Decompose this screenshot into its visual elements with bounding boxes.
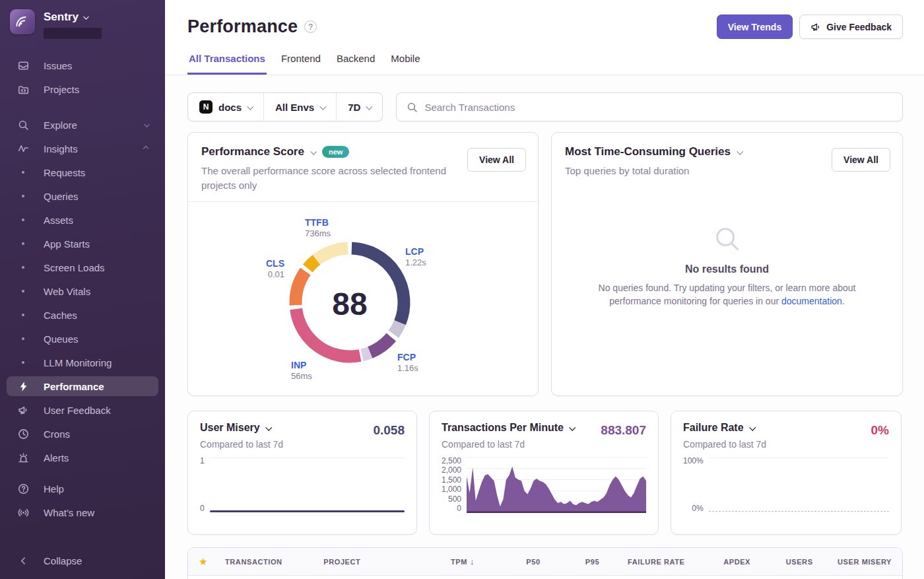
date-range-filter[interactable]: 7D [336, 93, 382, 121]
chevron-down-icon [319, 103, 326, 110]
chevron-up-icon [145, 147, 148, 151]
search-bar[interactable] [396, 92, 903, 121]
vital-fcp: FCP 1.16s [397, 351, 418, 374]
column-header-user-misery[interactable]: USER MISERY [813, 558, 892, 566]
table-header-row: ★ TRANSACTIONPROJECTTPM↓P50P95FAILURE RA… [188, 548, 902, 576]
performance-score-title: Performance Score [201, 145, 304, 158]
view-all-button[interactable]: View All [467, 148, 526, 172]
chevron-down-icon[interactable] [737, 148, 743, 154]
tab-all-transactions[interactable]: All Transactions [187, 53, 267, 75]
chevron-down-icon[interactable] [265, 424, 272, 430]
project-filter[interactable]: N docs [188, 93, 263, 121]
sidebar-item-label: Caches [44, 310, 77, 321]
vital-lcp: LCP 1.22s [405, 246, 426, 269]
column-header-users[interactable]: USERS [750, 558, 813, 566]
performance-score-value: 88 [332, 287, 367, 322]
sidebar-item-caches[interactable]: Caches [0, 303, 165, 327]
sidebar-item-label: Explore [44, 119, 77, 131]
sidebar-item-crons[interactable]: Crons [0, 422, 165, 446]
performance-score-card: Performance Score new The overall perfor… [187, 132, 539, 396]
view-trends-button[interactable]: View Trends [717, 15, 793, 39]
sidebar-item-label: Projects [44, 84, 79, 95]
sidebar-item-user-feedback[interactable]: User Feedback [0, 398, 165, 422]
feedback-icon [16, 405, 30, 416]
transactions-table: ★ TRANSACTIONPROJECTTPM↓P50P95FAILURE RA… [187, 547, 903, 579]
page-header: Performance ? View Trends Give Feedback … [165, 0, 924, 75]
whatsnew-icon [16, 507, 30, 518]
sidebar-item-label: Alerts [44, 452, 69, 463]
bullet-icon [16, 361, 30, 364]
column-header-p95[interactable]: P95 [541, 558, 600, 566]
sidebar-item-performance[interactable]: Performance [7, 376, 158, 396]
sidebar-item-label: User Feedback [44, 405, 111, 416]
sidebar-nav: IssuesProjectsExploreInsightsRequestsQue… [0, 53, 165, 579]
documentation-link[interactable]: documentation [781, 296, 842, 306]
tab-frontend[interactable]: Frontend [280, 53, 322, 75]
bullet-icon [16, 290, 30, 292]
chevron-left-icon [16, 555, 30, 566]
give-feedback-button[interactable]: Give Feedback [799, 15, 903, 39]
chevron-down-icon[interactable] [749, 424, 756, 430]
sidebar-item-what-s-new[interactable]: What's new [0, 500, 165, 524]
sidebar-item-app-starts[interactable]: App Starts [0, 232, 165, 255]
tpm-ytick: 1,000 [442, 485, 461, 494]
vital-cls: CLS 0.01 [228, 257, 284, 281]
performance-score-chart: 88 TTFB 736ms LCP 1.22s CLS 0.01 INP [188, 202, 538, 396]
sidebar-item-explore[interactable]: Explore [0, 113, 165, 137]
tab-backend[interactable]: Backend [335, 53, 376, 75]
tpm-ytick: 1,500 [442, 475, 461, 485]
donut-segment-FCP-rest[interactable] [362, 353, 370, 355]
main-content: Performance ? View Trends Give Feedback … [165, 0, 924, 579]
donut-segment-LCP-rest[interactable] [393, 323, 400, 334]
failure-rate-value: 0% [871, 423, 889, 438]
donut-segment-CLS[interactable] [296, 271, 306, 305]
bullet-icon [16, 266, 30, 269]
chevron-down-icon [83, 14, 88, 19]
sidebar-item-help[interactable]: Help [0, 477, 165, 500]
chevron-down-icon[interactable] [569, 424, 576, 430]
sidebar-item-assets[interactable]: Assets [0, 208, 165, 232]
sidebar-item-alerts[interactable]: Alerts [0, 446, 165, 469]
crons-icon [16, 428, 30, 440]
empty-state-body: No queries found. Try updating your filt… [595, 282, 859, 308]
column-header-tpm[interactable]: TPM↓ [406, 557, 475, 566]
sidebar-item-queries[interactable]: Queries [0, 184, 165, 208]
megaphone-icon [810, 22, 821, 32]
tpm-ytick: 0 [457, 504, 461, 513]
org-switcher[interactable]: Sentry [44, 9, 102, 24]
column-header-failure-rate[interactable]: FAILURE RATE [599, 558, 684, 566]
tab-mobile[interactable]: Mobile [389, 53, 421, 75]
column-header-p50[interactable]: P50 [475, 558, 541, 566]
column-header-transaction[interactable]: TRANSACTION [225, 558, 323, 566]
sidebar-collapse-button[interactable]: Collapse [0, 549, 165, 572]
environment-filter[interactable]: All Envs [263, 93, 336, 121]
bullet-icon [16, 337, 30, 340]
sidebar-item-projects[interactable]: Projects [0, 77, 165, 101]
sidebar-item-issues[interactable]: Issues [0, 53, 165, 77]
sidebar-item-screen-loads[interactable]: Screen Loads [0, 255, 165, 279]
search-transactions-input[interactable] [424, 102, 892, 113]
sidebar: Sentry IssuesProjectsExploreInsightsRequ… [0, 0, 165, 579]
vital-ttfb: TTFB 736ms [305, 217, 331, 240]
sidebar-item-insights[interactable]: Insights [0, 137, 165, 160]
chevron-down-icon[interactable] [310, 148, 317, 154]
help-icon[interactable]: ? [304, 20, 317, 33]
chevron-down-icon [145, 123, 148, 127]
donut-segment-FCP[interactable] [370, 337, 391, 353]
sidebar-item-llm-monitoring[interactable]: LLM Monitoring [0, 351, 165, 374]
donut-segment-TTFB[interactable] [308, 259, 316, 268]
tpm-card: Transactions Per Minute 883.807 Compared… [429, 411, 659, 535]
bullet-icon [16, 195, 30, 197]
view-all-button[interactable]: View All [832, 148, 890, 172]
column-header-project[interactable]: PROJECT [323, 558, 405, 566]
tpm-chart: 2,5002,0001,5001,0005000 [442, 456, 646, 513]
donut-segment-TTFB-rest[interactable] [317, 248, 348, 259]
column-header-apdex[interactable]: APDEX [685, 558, 751, 566]
sidebar-item-label: Requests [44, 167, 85, 178]
issues-icon [16, 60, 30, 71]
sentry-logo-icon[interactable] [10, 9, 35, 34]
star-icon[interactable]: ★ [199, 556, 225, 568]
sidebar-item-requests[interactable]: Requests [0, 160, 165, 184]
sidebar-item-web-vitals[interactable]: Web Vitals [0, 279, 165, 303]
sidebar-item-queues[interactable]: Queues [0, 327, 165, 351]
